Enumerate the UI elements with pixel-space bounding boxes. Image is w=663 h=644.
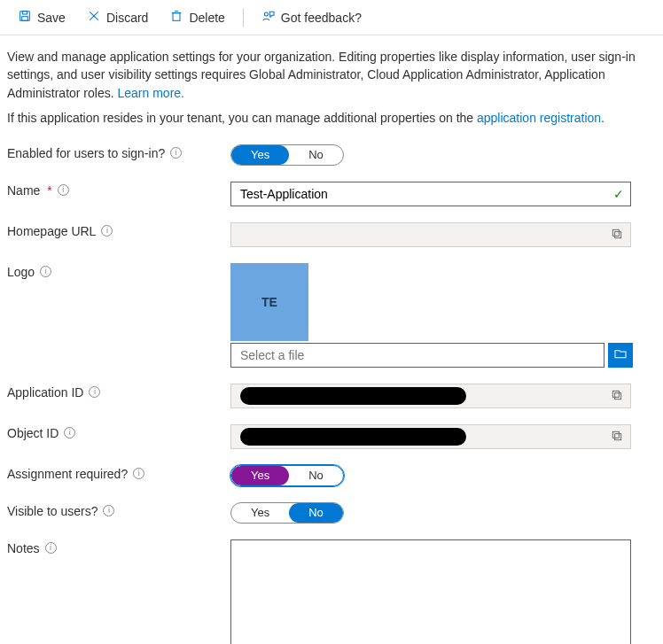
check-icon: ✓: [613, 187, 624, 201]
svg-rect-14: [612, 431, 619, 438]
info-icon[interactable]: i: [58, 184, 69, 196]
content-area: View and manage application settings for…: [0, 35, 663, 644]
assignment-label: Assignment required?: [7, 467, 128, 481]
svg-rect-9: [615, 232, 621, 238]
visible-yes[interactable]: Yes: [231, 503, 289, 523]
command-bar: Save Discard Delete Got feedback?: [0, 0, 663, 35]
notes-label: Notes: [7, 541, 40, 555]
info-icon[interactable]: i: [103, 505, 114, 516]
learn-more-link[interactable]: Learn more.: [117, 86, 183, 100]
tenant-suffix: .: [601, 111, 604, 125]
logo-initials: TE: [261, 295, 277, 309]
intro-main: View and manage application settings for…: [7, 50, 636, 100]
logo-label: Logo: [7, 265, 35, 279]
info-icon[interactable]: i: [89, 386, 100, 398]
feedback-button[interactable]: Got feedback?: [253, 5, 370, 29]
logo-preview: TE: [230, 263, 308, 341]
info-icon[interactable]: i: [64, 427, 75, 438]
assignment-toggle[interactable]: Yes No: [230, 465, 344, 486]
homepage-label: Homepage URL: [7, 224, 96, 238]
browse-file-button[interactable]: [608, 343, 633, 368]
assignment-no[interactable]: No: [289, 466, 343, 485]
person-feedback-icon: [261, 9, 276, 26]
app-registration-link[interactable]: application registration: [477, 111, 601, 125]
info-icon[interactable]: i: [45, 542, 57, 554]
enabled-no[interactable]: No: [289, 145, 343, 165]
svg-rect-1: [22, 12, 27, 14]
svg-rect-11: [615, 393, 621, 400]
intro-text: View and manage application settings for…: [7, 48, 656, 102]
visible-label: Visible to users?: [7, 504, 98, 518]
visible-toggle[interactable]: Yes No: [230, 502, 344, 524]
enabled-toggle[interactable]: Yes No: [230, 144, 344, 166]
folder-icon: [613, 346, 628, 363]
copy-icon[interactable]: [611, 228, 625, 242]
object-id-label: Object ID: [7, 426, 58, 440]
svg-rect-2: [22, 17, 28, 21]
homepage-input[interactable]: [230, 222, 631, 247]
tenant-prefix: If this application resides in your tena…: [7, 111, 477, 125]
info-icon[interactable]: i: [133, 468, 144, 479]
info-icon[interactable]: i: [101, 225, 113, 237]
save-label: Save: [37, 11, 66, 25]
trash-icon: [169, 9, 183, 26]
notes-textarea[interactable]: [230, 539, 631, 644]
svg-rect-12: [612, 391, 619, 397]
svg-point-8: [264, 12, 268, 16]
required-marker: *: [47, 183, 51, 198]
close-icon: [87, 9, 101, 26]
discard-button[interactable]: Discard: [78, 5, 157, 29]
app-id-field[interactable]: [230, 384, 631, 408]
feedback-label: Got feedback?: [281, 11, 362, 25]
app-id-label: Application ID: [7, 385, 83, 400]
info-icon[interactable]: i: [170, 147, 182, 159]
assignment-yes[interactable]: Yes: [231, 466, 289, 485]
tenant-note: If this application resides in your tena…: [7, 111, 656, 125]
info-icon[interactable]: i: [40, 266, 51, 277]
svg-rect-10: [612, 229, 619, 236]
copy-icon[interactable]: [611, 430, 625, 444]
enabled-yes[interactable]: Yes: [231, 145, 289, 165]
svg-rect-5: [173, 13, 180, 21]
save-button[interactable]: Save: [9, 5, 74, 29]
save-icon: [18, 9, 32, 26]
delete-label: Delete: [189, 11, 224, 25]
logo-file-input[interactable]: [230, 343, 604, 368]
delete-button[interactable]: Delete: [160, 5, 233, 29]
name-label: Name: [7, 183, 40, 198]
object-id-field[interactable]: [230, 424, 631, 449]
enabled-label: Enabled for users to sign-in?: [7, 146, 165, 160]
visible-no[interactable]: No: [289, 503, 343, 523]
name-input[interactable]: [230, 182, 631, 206]
discard-label: Discard: [106, 11, 148, 25]
svg-rect-13: [615, 434, 621, 440]
app-id-redacted: [240, 387, 466, 405]
toolbar-separator: [243, 8, 244, 27]
copy-icon[interactable]: [611, 389, 625, 403]
object-id-redacted: [240, 428, 466, 446]
